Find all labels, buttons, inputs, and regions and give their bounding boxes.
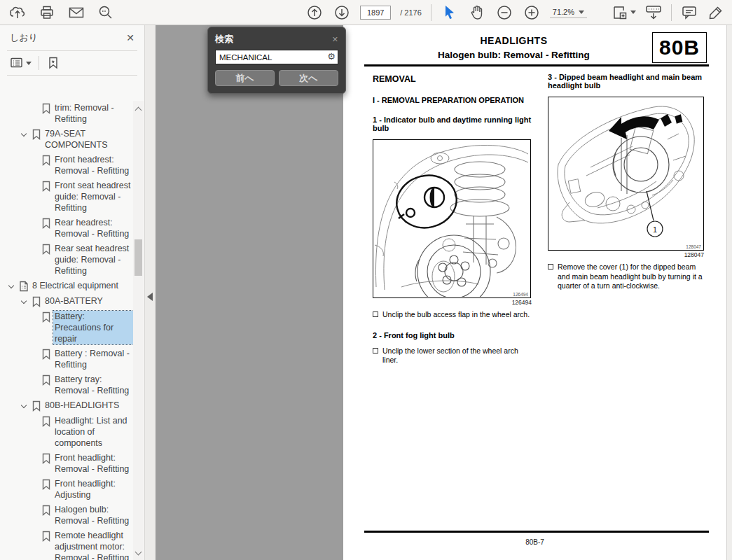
header-rule	[364, 64, 709, 66]
hide-toolbar-icon[interactable]	[644, 4, 663, 22]
previous-page-icon[interactable]	[305, 4, 324, 22]
bookmarks-panel-header: しおり	[0, 25, 144, 50]
bookmark-item[interactable]: Halogen bulb: Removal - Refitting	[39, 504, 133, 526]
figure-wheel-arch: 126494	[373, 139, 531, 298]
bookmark-item[interactable]: Front headlight: Removal - Refitting	[39, 452, 133, 475]
checkbox-bullet-icon	[373, 312, 378, 317]
bookmark-item-label[interactable]: Front headlight: Removal - Refitting	[53, 452, 133, 475]
scrollbar-thumb[interactable]	[134, 239, 142, 276]
preparation-subheading: I - REMOVAL PREPARATION OPERATION	[373, 96, 532, 104]
instruction-bullet: Remove the cover (1) for the dipped beam…	[548, 262, 705, 291]
bookmark-item[interactable]: Rear headrest: Removal - Refitting	[39, 217, 133, 239]
bookmark-item-label[interactable]: Battery tray: Removal - Refitting	[53, 374, 133, 396]
bookmark-item[interactable]: Front headrest: Removal - Refitting	[39, 154, 133, 176]
expand-chevron-icon[interactable]	[6, 280, 17, 288]
bookmark-item-label[interactable]: Headlight: List and location of componen…	[53, 415, 133, 449]
bookmark-options-menu[interactable]	[10, 57, 32, 69]
zoom-level-dropdown[interactable]: 71.2%	[550, 6, 587, 18]
bookmark-item-label[interactable]: Halogen bulb: Removal - Refitting	[53, 504, 133, 526]
bookmark-item[interactable]: trim: Removal - Refitting	[39, 102, 133, 125]
search-next-button[interactable]: 次へ	[279, 70, 338, 86]
bookmark-item-label[interactable]: Battery : Removal - Refitting	[53, 348, 133, 370]
instruction-text: Unclip the lower section of the wheel ar…	[382, 346, 532, 365]
comment-icon[interactable]	[680, 4, 698, 22]
bookmark-item[interactable]: 80A-BATTERY	[18, 295, 133, 307]
hand-tool-icon[interactable]	[468, 4, 486, 22]
bookmarks-panel-title: しおり	[10, 31, 38, 44]
bookmark-item-label[interactable]: Front seat headrest guide: Removal - Ref…	[53, 180, 133, 214]
bookmark-item-label[interactable]: Battery: Precautions for repair	[53, 311, 133, 344]
zoom-level-value: 71.2%	[553, 8, 574, 16]
bookmark-item-label[interactable]: Rear headrest: Removal - Refitting	[53, 217, 133, 239]
bookmark-item-label[interactable]: Rear seat headrest guide: Removal - Refi…	[53, 243, 133, 276]
upload-cloud-icon[interactable]	[8, 4, 27, 22]
bookmark-item-label[interactable]: 80A-BATTERY	[43, 295, 104, 307]
expand-chevron-icon[interactable]	[18, 295, 29, 303]
search-input[interactable]	[215, 50, 338, 64]
pdf-page: HEADLIGHTS Halogen bulb: Removal - Refit…	[343, 25, 726, 560]
close-icon[interactable]	[332, 35, 338, 44]
collapse-panel-icon[interactable]	[147, 293, 153, 301]
bookmark-item[interactable]: Rear seat headrest guide: Removal - Refi…	[39, 243, 133, 276]
scroll-up-icon[interactable]	[135, 107, 142, 114]
bookmark-item-label[interactable]: 8 Electrical equipment	[31, 280, 120, 291]
expand-chevron-icon[interactable]	[18, 128, 29, 136]
bookmarks-panel: しおり	[0, 25, 145, 560]
page-total-label: / 2176	[400, 8, 422, 17]
print-icon[interactable]	[38, 4, 56, 22]
figure-inner-number: 128047	[686, 244, 701, 249]
zoom-in-icon[interactable]	[523, 4, 541, 22]
chevron-down-icon	[630, 10, 636, 14]
bookmark-item[interactable]: 80B-HEADLIGHTS	[18, 400, 133, 412]
page-number-input[interactable]	[360, 6, 391, 20]
bookmark-tree: trim: Removal - Refitting 79A-SEAT COMPO…	[0, 101, 133, 560]
bookmark-item-label[interactable]: 79A-SEAT COMPONENTS	[43, 128, 133, 150]
page-display-dropdown[interactable]	[611, 4, 636, 22]
bookmark-item-label[interactable]: Front headlight: Adjusting	[53, 478, 133, 500]
instruction-bullet: Unclip the bulb access flap in the wheel…	[373, 310, 532, 320]
search-dialog-title: 検索	[215, 33, 233, 46]
bookmark-item[interactable]: Remote headlight adjustment motor: Remov…	[39, 530, 133, 560]
figure1-number: 126494	[373, 299, 532, 306]
page-footer-label: 80B-7	[343, 538, 726, 546]
zoom-out-icon[interactable]	[495, 4, 513, 22]
email-icon[interactable]	[67, 4, 85, 22]
bookmark-item[interactable]: Front headlight: Adjusting	[39, 478, 133, 500]
next-page-icon[interactable]	[333, 4, 351, 22]
search-previous-button[interactable]: 前へ	[215, 70, 275, 86]
bookmark-item[interactable]: Front seat headrest guide: Removal - Ref…	[39, 180, 133, 214]
bookmark-icon	[39, 348, 53, 360]
search-tool-icon[interactable]	[97, 4, 115, 22]
bookmark-icon	[39, 154, 53, 166]
close-icon[interactable]	[126, 32, 134, 43]
toolbar-left-group	[8, 4, 115, 22]
bookmark-item-label[interactable]: trim: Removal - Refitting	[53, 102, 133, 125]
bookmark-item[interactable]: Headlight: List and location of componen…	[39, 415, 133, 449]
instruction-text: Remove the cover (1) for the dipped beam…	[558, 262, 705, 291]
gear-icon[interactable]	[327, 51, 336, 62]
new-bookmark-icon[interactable]	[46, 56, 60, 70]
bookmark-item[interactable]: 79A-SEAT COMPONENTS	[18, 128, 133, 150]
fill-sign-pencil-icon[interactable]	[707, 4, 725, 22]
bookmark-item-label[interactable]: 80B-HEADLIGHTS	[43, 400, 120, 411]
top-toolbar: / 2176 71.2%	[0, 0, 732, 25]
bookmark-item[interactable]: Battery: Precautions for repair	[39, 311, 133, 344]
bookmark-icon	[39, 180, 53, 192]
toolbar-divider	[671, 4, 672, 21]
bookmark-item-label[interactable]: Remote headlight adjustment motor: Remov…	[53, 530, 133, 560]
bookmark-item-label[interactable]: Front headrest: Removal - Refitting	[53, 154, 133, 176]
bookmark-item[interactable]: Battery : Removal - Refitting	[39, 348, 133, 370]
step3-heading: 3 - Dipped beam headlight and main beam …	[548, 73, 705, 90]
document-scrollbar[interactable]	[726, 25, 732, 560]
doc-subtitle: Halogen bulb: Removal - Refitting	[343, 50, 684, 60]
select-tool-icon[interactable]	[441, 4, 459, 22]
bookmark-item[interactable]: Battery tray: Removal - Refitting	[39, 374, 133, 396]
toolbar-center-group: / 2176 71.2%	[305, 4, 587, 22]
sidebar-scrollbar[interactable]	[133, 101, 144, 560]
bookmark-icon	[29, 128, 43, 140]
bookmark-icon	[39, 102, 53, 114]
expand-chevron-icon[interactable]	[18, 400, 29, 407]
instruction-text: Unclip the bulb access flap in the wheel…	[382, 310, 530, 320]
bookmark-item[interactable]: 8 Electrical equipment	[6, 280, 133, 292]
scroll-down-icon[interactable]	[135, 549, 142, 556]
